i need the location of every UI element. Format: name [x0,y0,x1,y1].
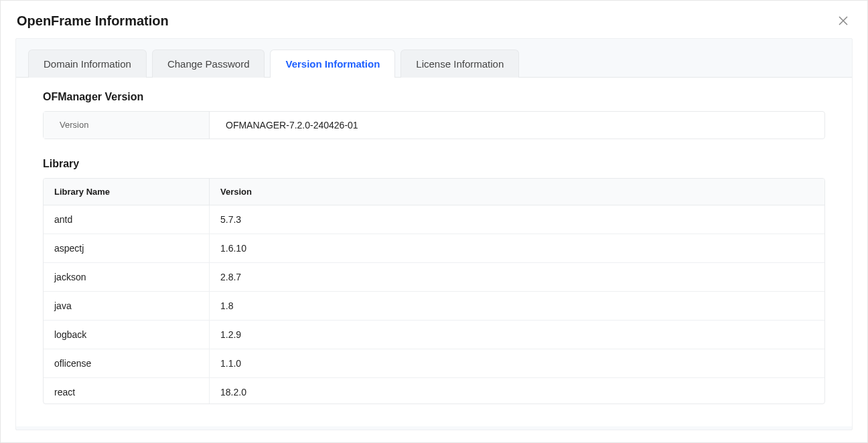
ofmanager-version-value: OFMANAGER-7.2.0-240426-01 [210,112,374,139]
tab-license-information[interactable]: License Information [401,50,519,78]
library-table-body[interactable]: antd5.7.3aspectj1.6.10jackson2.8.7java1.… [44,205,824,404]
library-section-title: Library [43,158,825,170]
library-table: Library Name Version antd5.7.3aspectj1.6… [43,178,825,404]
library-version-cell: 1.1.0 [210,349,824,377]
content-panel: Domain Information Change Password Versi… [15,38,853,430]
modal-title: OpenFrame Information [17,13,169,29]
close-icon [838,15,849,26]
library-version-cell: 18.2.0 [210,378,824,404]
table-row: jackson2.8.7 [44,263,824,292]
table-row: aspectj1.6.10 [44,234,824,263]
library-name-cell: logback [44,321,210,349]
ofmanager-section-title: OFManager Version [43,91,825,103]
library-name-cell: aspectj [44,234,210,262]
library-version-cell: 2.8.7 [210,263,824,291]
library-version-cell: 1.2.9 [210,321,824,349]
openframe-info-modal: OpenFrame Information Domain Information… [0,0,868,443]
tab-panel-version-information: OFManager Version Version OFMANAGER-7.2.… [16,77,852,426]
library-name-cell: antd [44,205,210,234]
library-table-header: Library Name Version [44,179,824,205]
table-row: antd5.7.3 [44,205,824,234]
tab-change-password[interactable]: Change Password [152,50,265,78]
table-row: logback1.2.9 [44,321,824,349]
library-name-cell: jackson [44,263,210,291]
library-col-version: Version [210,179,824,205]
library-name-cell: oflicense [44,349,210,377]
library-col-name: Library Name [44,179,210,205]
table-row: oflicense1.1.0 [44,349,824,378]
tabs-bar: Domain Information Change Password Versi… [16,39,852,78]
library-version-cell: 1.6.10 [210,234,824,262]
tab-version-information[interactable]: Version Information [270,50,395,78]
ofmanager-version-row: Version OFMANAGER-7.2.0-240426-01 [43,111,825,139]
modal-header: OpenFrame Information [1,1,867,38]
table-row: java1.8 [44,292,824,321]
close-button[interactable] [835,13,851,29]
ofmanager-version-label: Version [44,112,210,139]
library-version-cell: 1.8 [210,292,824,320]
library-name-cell: java [44,292,210,320]
library-name-cell: react [44,378,210,404]
table-row: react18.2.0 [44,378,824,404]
tab-domain-information[interactable]: Domain Information [28,50,147,78]
library-version-cell: 5.7.3 [210,205,824,234]
